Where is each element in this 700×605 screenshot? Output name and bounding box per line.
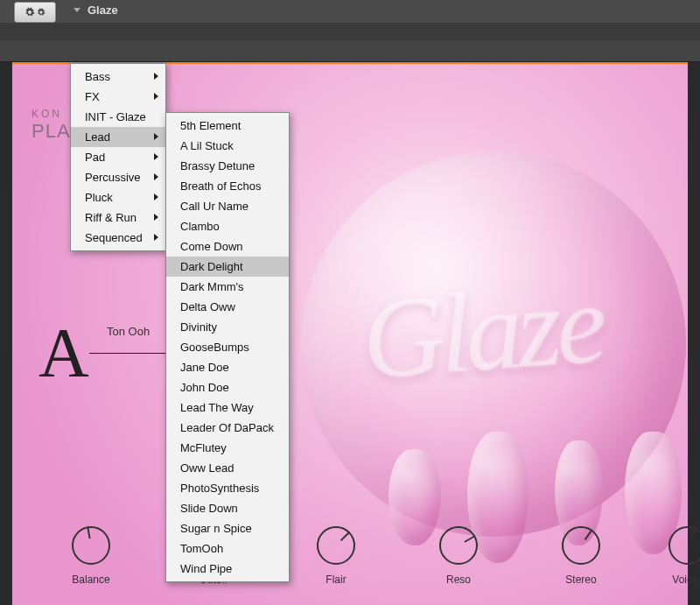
category-menu-item[interactable]: Sequenced	[71, 228, 165, 248]
knob-dial[interactable]	[439, 526, 478, 565]
preset-menu-item[interactable]: 5th Element	[166, 116, 289, 136]
gear-icon	[37, 8, 46, 17]
category-menu-item[interactable]: FX	[71, 87, 165, 107]
preset-menu-item[interactable]: Divinity	[166, 317, 289, 337]
window-titlebar: Glaze	[0, 0, 700, 24]
preset-menu-item[interactable]: A Lil Stuck	[166, 136, 289, 156]
preset-menu-item[interactable]: Breath of Echos	[166, 176, 289, 196]
preset-menu-item[interactable]: Wind Pipe	[166, 559, 289, 579]
preset-menu-item[interactable]: Come Down	[166, 236, 289, 257]
category-menu-item[interactable]: INIT - Glaze	[71, 107, 165, 127]
preset-menu-item[interactable]: Jane Doe	[166, 357, 289, 377]
category-menu-item[interactable]: Riff & Run	[71, 208, 165, 228]
category-menu[interactable]: BassFXINIT - GlazeLeadPadPercussivePluck…	[70, 63, 166, 251]
category-menu-item[interactable]: Pad	[71, 147, 165, 167]
preset-menu-item[interactable]: Delta Oww	[166, 297, 289, 317]
category-menu-item[interactable]: Lead	[71, 127, 165, 147]
knob-label: Flair	[315, 573, 357, 586]
category-menu-item[interactable]: Bass	[71, 67, 165, 87]
knob-stereo[interactable]: Stereo	[560, 526, 602, 586]
knob-flair[interactable]: Flair	[315, 526, 357, 586]
preset-bar: Dark Delight ◀ ▶	[0, 40, 700, 62]
preset-menu-item[interactable]: Dark Mmm's	[166, 277, 289, 297]
knob-balance[interactable]: Balance	[70, 526, 112, 586]
preset-menu-item[interactable]: TomOoh	[166, 538, 289, 559]
preset-menu-item[interactable]: Lead The Way	[166, 397, 289, 418]
layer-letter[interactable]: A	[38, 313, 89, 393]
preset-menu-item[interactable]: Sugar n Spice	[166, 518, 289, 538]
toolbar-spacer	[0, 23, 700, 40]
preset-menu-item[interactable]: GooseBumps	[166, 337, 289, 357]
layer-source-line	[89, 353, 170, 354]
knob-voices[interactable]: Voices	[667, 526, 700, 586]
knob-dial[interactable]	[668, 526, 700, 565]
host-watermark: KON PLA	[32, 108, 71, 143]
watermark-line2: PLA	[32, 120, 71, 143]
preset-menu-item[interactable]: PhotoSynthesis	[166, 478, 289, 498]
category-menu-item[interactable]: Percussive	[71, 167, 165, 187]
knob-label: Stereo	[560, 573, 602, 586]
artwork-logo-text: Glaze	[358, 257, 606, 405]
preset-menu-item[interactable]: Leader Of DaPack	[166, 418, 289, 438]
watermark-line1: KON	[32, 108, 71, 120]
preset-menu-item[interactable]: Dark Delight	[166, 257, 289, 277]
knob-reso[interactable]: Reso	[438, 526, 480, 586]
category-menu-item[interactable]: Pluck	[71, 187, 165, 208]
preset-menu-item[interactable]: Oww Lead	[166, 458, 289, 478]
layer-source-label[interactable]: Ton Ooh	[107, 325, 150, 338]
gear-icon	[24, 7, 35, 18]
knob-dial[interactable]	[72, 526, 110, 565]
artwork-drip	[388, 449, 441, 545]
preset-menu-item[interactable]: John Doe	[166, 377, 289, 397]
preset-menu-item[interactable]: McFlutey	[166, 438, 289, 458]
settings-button[interactable]	[14, 2, 56, 23]
preset-menu-item[interactable]: Clambo	[166, 216, 289, 236]
knob-label: Balance	[70, 573, 112, 586]
knob-dial[interactable]	[562, 526, 600, 565]
instrument-dropdown-arrow[interactable]	[74, 8, 80, 12]
preset-menu-item[interactable]: Brassy Detune	[166, 156, 289, 176]
preset-menu-item[interactable]: Slide Down	[166, 498, 289, 518]
knob-label: Reso	[438, 573, 480, 586]
knob-dial[interactable]	[317, 526, 355, 565]
preset-submenu[interactable]: 5th ElementA Lil StuckBrassy DetuneBreat…	[165, 112, 290, 582]
instrument-name[interactable]: Glaze	[88, 4, 118, 17]
preset-menu-item[interactable]: Call Ur Name	[166, 196, 289, 216]
knob-label: Voices	[667, 573, 700, 586]
